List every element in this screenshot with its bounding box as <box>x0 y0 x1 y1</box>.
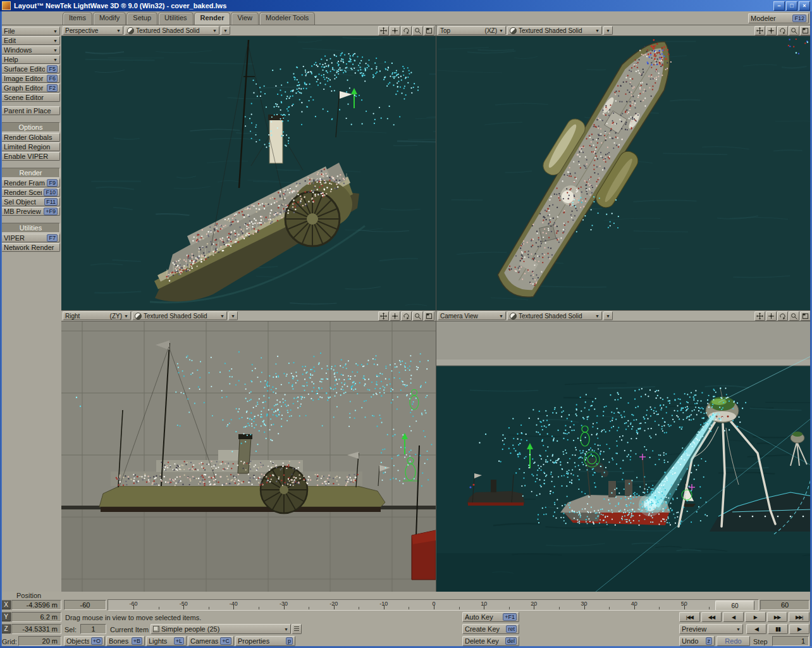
tab-items[interactable]: Items <box>63 12 92 25</box>
sidebar-item-render-scene[interactable]: Render SceneF10 <box>1 188 60 197</box>
sidebar-item-scene-editor[interactable]: Scene Editor <box>1 93 60 102</box>
sidebar-item-parent-in-place[interactable]: Parent in Place <box>1 106 60 115</box>
zoom-icon[interactable] <box>412 311 423 321</box>
lights-button[interactable]: Lights+L <box>146 636 187 646</box>
zoom-icon[interactable] <box>412 26 423 35</box>
sidebar-item-render-globals[interactable]: Render Globals <box>1 133 60 142</box>
objects-button[interactable]: Objects+O <box>64 636 105 646</box>
viewport-canvas-camera[interactable] <box>436 321 812 592</box>
auto-key-button[interactable]: Auto Key+F1 <box>462 612 519 622</box>
delete-key-button[interactable]: Delete Keydel <box>462 636 519 646</box>
view-type-dropdown[interactable]: Perspective▼ <box>63 26 123 35</box>
create-key-button[interactable]: Create Keyret <box>462 624 519 634</box>
next-frame-button[interactable]: ▶ <box>745 612 766 622</box>
first-frame-field[interactable]: -60 <box>64 600 106 610</box>
view-type-dropdown[interactable]: Top(XZ)▼ <box>438 26 506 35</box>
maximize-icon[interactable] <box>800 26 811 35</box>
last-frame-field[interactable]: 60 <box>760 600 809 610</box>
current-item-dropdown[interactable]: Simple people (25)▼ <box>151 624 291 634</box>
pan-icon[interactable] <box>754 311 765 321</box>
rotate-icon[interactable] <box>777 26 788 35</box>
viewport-options-dropdown[interactable]: ▼ <box>603 26 613 35</box>
position-y-field[interactable]: 6.2 m <box>11 612 61 622</box>
tab-modify[interactable]: Modify <box>93 12 126 25</box>
previous-key-button[interactable]: ◀◀ <box>701 612 722 622</box>
tab-view[interactable]: View <box>231 12 259 25</box>
redo-button[interactable]: Redo <box>717 636 750 646</box>
rotate-icon[interactable] <box>777 311 788 321</box>
step-field[interactable]: 1 <box>772 636 809 646</box>
restore-button[interactable]: □ <box>786 1 797 11</box>
axis-z-button[interactable]: Z <box>1 624 11 633</box>
sidebar-item-limited-region[interactable]: Limited Region <box>1 142 60 151</box>
pan-icon[interactable] <box>378 26 389 35</box>
pan-icon[interactable] <box>378 311 389 321</box>
position-x-field[interactable]: -4.3596 m <box>11 600 61 610</box>
view-type-dropdown[interactable]: Camera View▼ <box>438 311 506 320</box>
tab-modeler-tools[interactable]: Modeler Tools <box>259 12 315 25</box>
undo-button[interactable]: Undoz <box>679 636 715 646</box>
viewport-options-dropdown[interactable]: ▼ <box>221 26 230 35</box>
play-reverse-button[interactable]: ◀ <box>746 624 766 634</box>
maximize-icon[interactable] <box>424 311 434 321</box>
minimize-button[interactable]: − <box>773 1 785 11</box>
menu-help[interactable]: Help▼ <box>1 55 60 64</box>
zoom-icon[interactable] <box>789 311 799 321</box>
tab-render[interactable]: Render <box>194 12 231 25</box>
viewport-options-dropdown[interactable]: ▼ <box>228 311 238 320</box>
view-type-dropdown[interactable]: Right(ZY)▼ <box>63 311 131 320</box>
viewport-canvas-top[interactable] <box>436 36 812 310</box>
sidebar-item-surface-editor[interactable]: Surface EditorF5 <box>1 65 60 73</box>
sidebar-item-sel-object[interactable]: Sel ObjectF11 <box>1 197 60 206</box>
maximize-icon[interactable] <box>424 26 434 35</box>
axis-y-button[interactable]: Y <box>1 612 11 621</box>
position-z-field[interactable]: -34.5331 m <box>11 624 61 634</box>
item-list-button[interactable] <box>292 624 302 634</box>
cameras-button[interactable]: Cameras+C <box>188 636 234 646</box>
preview-dropdown[interactable]: Preview▼ <box>679 624 743 634</box>
properties-button[interactable]: Propertiesp <box>235 636 295 646</box>
render-mode-dropdown[interactable]: Textured Shaded Solid▼ <box>507 26 602 35</box>
sidebar-item-mb-preview[interactable]: MB Preview+F9 <box>1 207 60 216</box>
go-to-end-button[interactable]: ▶▶| <box>789 612 809 622</box>
sidebar-item-viper[interactable]: VIPERF7 <box>1 234 60 242</box>
viewport-options-dropdown[interactable]: ▼ <box>603 311 613 320</box>
rotate-icon[interactable] <box>401 311 412 321</box>
sidebar-item-network-render[interactable]: Network Render <box>1 243 60 252</box>
move-icon[interactable] <box>766 26 777 35</box>
sidebar-item-render-frame[interactable]: Render FrameF9 <box>1 178 60 187</box>
sidebar-item-graph-editor[interactable]: Graph EditorF2 <box>1 84 60 92</box>
modeler-button[interactable]: Modeler F12 <box>748 13 809 23</box>
render-mode-dropdown[interactable]: Textured Shaded Solid▼ <box>507 311 602 320</box>
timeline-ruler[interactable]: 60 -60-50-40-30-20-100102030405060 <box>108 599 759 611</box>
axis-x-button[interactable]: X <box>1 600 11 609</box>
title-bar[interactable]: Layout™ NewTek LightWave 3D ® 9.0 (Win32… <box>0 0 812 11</box>
next-key-button[interactable]: ▶▶ <box>767 612 788 622</box>
move-icon[interactable] <box>766 311 777 321</box>
play-forward-button[interactable]: ▶ <box>789 624 809 634</box>
grid-size-field[interactable]: 20 m <box>18 636 61 646</box>
zoom-icon[interactable] <box>789 26 799 35</box>
viewport-canvas-right[interactable] <box>61 321 436 592</box>
menu-edit[interactable]: Edit▼ <box>1 36 60 45</box>
close-button[interactable]: × <box>799 1 810 11</box>
menu-windows[interactable]: Windows▼ <box>1 46 60 54</box>
maximize-icon[interactable] <box>800 311 811 321</box>
timeline-slider[interactable]: 60 <box>715 601 754 611</box>
sel-count-field[interactable]: 1 <box>80 624 106 634</box>
move-icon[interactable] <box>390 311 400 321</box>
bones-button[interactable]: Bones+B <box>106 636 145 646</box>
go-to-start-button[interactable]: |◀◀ <box>679 612 700 622</box>
tab-setup[interactable]: Setup <box>126 12 157 25</box>
sidebar-item-enable-viper[interactable]: Enable VIPER <box>1 152 60 161</box>
render-mode-dropdown[interactable]: Textured Shaded Solid▼ <box>125 26 219 35</box>
menu-file[interactable]: File▼ <box>1 27 60 35</box>
tab-utilities[interactable]: Utilities <box>158 12 193 25</box>
pause-button[interactable]: ▮▮ <box>768 624 788 634</box>
viewport-canvas-perspective[interactable] <box>61 36 436 310</box>
pan-icon[interactable] <box>754 26 765 35</box>
previous-frame-button[interactable]: ◀ <box>723 612 744 622</box>
sidebar-item-image-editor[interactable]: Image EditorF6 <box>1 74 60 83</box>
render-mode-dropdown[interactable]: Textured Shaded Solid▼ <box>132 311 227 320</box>
move-icon[interactable] <box>390 26 400 35</box>
